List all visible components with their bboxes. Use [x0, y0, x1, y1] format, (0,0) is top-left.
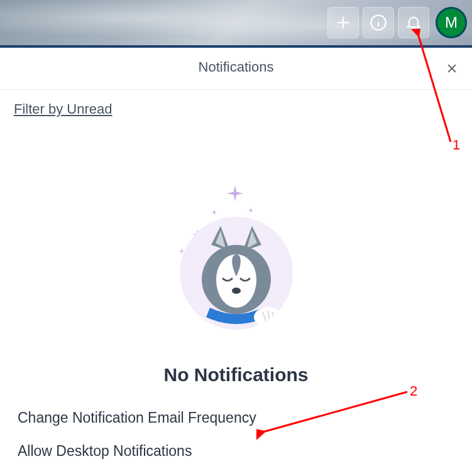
- close-button[interactable]: [442, 58, 462, 78]
- filter-row: Filter by Unread: [0, 90, 472, 129]
- panel-title: Notifications: [199, 59, 274, 75]
- plus-icon: [334, 14, 352, 31]
- notifications-panel: Notifications Filter by Unread: [0, 45, 472, 476]
- notifications-button[interactable]: [398, 7, 429, 38]
- svg-point-4: [378, 19, 378, 19]
- filter-by-unread-link[interactable]: Filter by Unread: [14, 101, 113, 117]
- bell-icon: [405, 14, 422, 31]
- info-button[interactable]: [363, 7, 394, 38]
- svg-point-8: [232, 288, 241, 294]
- husky-icon: [186, 223, 287, 330]
- allow-desktop-notifications-link[interactable]: Allow Desktop Notifications: [18, 443, 454, 460]
- svg-point-9: [254, 307, 282, 327]
- add-button[interactable]: [327, 7, 359, 38]
- empty-state-title: No Notifications: [164, 364, 309, 386]
- top-toolbar: M: [0, 0, 472, 45]
- empty-state: No Notifications Change Notification Ema…: [0, 129, 472, 476]
- user-avatar[interactable]: M: [436, 7, 467, 38]
- change-email-frequency-link[interactable]: Change Notification Email Frequency: [18, 409, 454, 426]
- panel-header: Notifications: [0, 48, 472, 90]
- husky-illustration: [167, 185, 305, 336]
- action-links: Change Notification Email Frequency Allo…: [0, 386, 472, 476]
- avatar-initial: M: [445, 14, 458, 31]
- info-icon: [370, 14, 387, 31]
- close-icon: [446, 62, 458, 75]
